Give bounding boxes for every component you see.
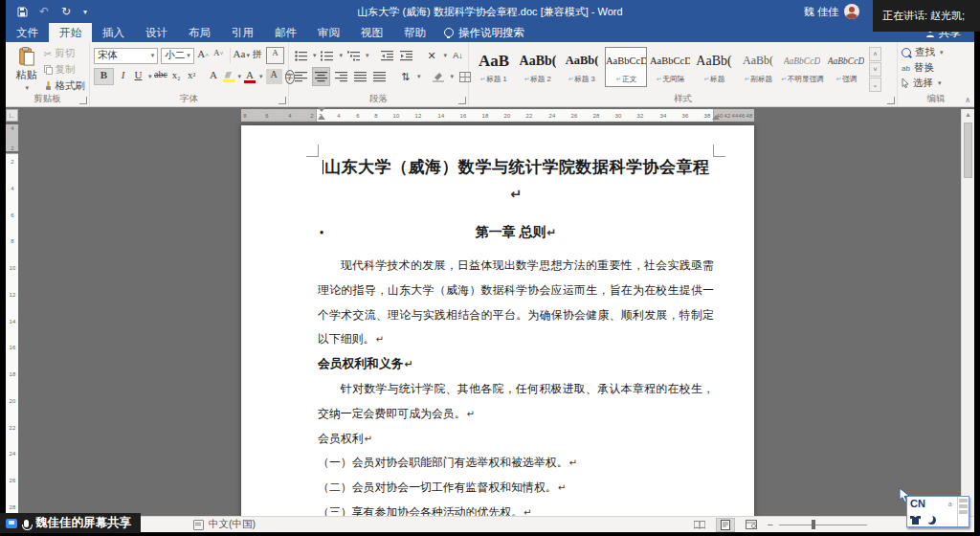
paste-button[interactable]: 粘贴 ▾ <box>10 45 44 92</box>
redo-icon[interactable]: ↻ <box>59 5 73 18</box>
numbered-list-button[interactable] <box>320 47 336 64</box>
find-button[interactable]: 查找▾ <box>902 45 970 60</box>
paragraph-plain[interactable]: （二）会员对协会一切工作有监督权和知情权。↵ <box>318 476 714 501</box>
align-left-button[interactable] <box>293 68 309 85</box>
document-page[interactable]: 山东大学（威海）数学与统计学院数据科学协会章程↵•第一章 总则↵现代科学技术的发… <box>241 125 754 516</box>
ime-punct-icon[interactable]: a· <box>948 501 954 507</box>
align-right-button[interactable] <box>333 68 349 85</box>
style-标题 3[interactable]: AaBb(标题 3 <box>561 47 603 87</box>
style-标题 2[interactable]: AaBb(标题 2 <box>517 47 559 87</box>
strikethrough-button[interactable]: abc <box>155 69 167 84</box>
styles-scroll-up-button[interactable]: ˄ <box>869 47 881 61</box>
change-case-button[interactable]: Aa▾ <box>234 48 248 63</box>
scroll-up-icon[interactable]: ▲ <box>962 109 974 121</box>
style-不明显强调[interactable]: AaBbCcD不明显强调 <box>781 47 823 87</box>
right-indent-marker-icon[interactable] <box>712 115 720 120</box>
paragraph-body[interactable]: 针对数学与统计学院、其他各院，任何积极进取、承认本章程的在校生，交纳一定会费即可… <box>318 377 714 427</box>
style-正文[interactable]: AaBbCcD正文 <box>605 47 647 87</box>
character-shading-button[interactable]: A <box>266 69 282 84</box>
shading-button[interactable] <box>431 68 447 85</box>
select-button[interactable]: 选择▾ <box>902 76 970 91</box>
tab-mailings[interactable]: 邮件 <box>264 23 307 42</box>
zoom-out-icon[interactable]: − <box>768 519 773 530</box>
paragraph-body[interactable]: 现代科学技术的发展，日益体现出数学思想方法的重要性，社会实践亟需理论的指导，山东… <box>318 254 714 352</box>
styles-dialog-launcher[interactable] <box>887 97 895 104</box>
tab-review[interactable]: 审阅 <box>307 23 350 42</box>
text-effects-button[interactable]: A <box>208 69 220 84</box>
qat-customize-icon[interactable]: ▾ <box>81 5 89 18</box>
style-副标题[interactable]: AaBb(副标题 <box>737 47 779 87</box>
print-layout-button[interactable] <box>716 518 735 532</box>
web-layout-button[interactable] <box>743 519 760 531</box>
clipboard-dialog-launcher[interactable] <box>79 97 87 104</box>
copy-button[interactable]: 复制 <box>44 63 86 77</box>
tab-insert[interactable]: 插入 <box>92 23 135 42</box>
style-标题 1[interactable]: AaB标题 1 <box>473 47 515 87</box>
ime-toolbar[interactable]: CN a· <box>906 496 969 527</box>
decrease-indent-button[interactable] <box>379 47 395 64</box>
font-size-combo[interactable]: 小二▾ <box>161 48 193 64</box>
tab-references[interactable]: 引用 <box>221 23 264 42</box>
italic-button[interactable]: I <box>117 69 129 84</box>
multilevel-list-button[interactable] <box>345 47 362 64</box>
zoom-slider-knob[interactable] <box>812 520 815 529</box>
format-painter-button[interactable]: 格式刷 <box>44 79 86 93</box>
sort-button[interactable]: A↓ <box>450 47 466 64</box>
paragraph-plain[interactable]: 会员权利↵ <box>318 427 714 452</box>
underline-button[interactable]: U <box>132 69 145 84</box>
ime-side-toolbar[interactable] <box>957 497 969 526</box>
tab-home[interactable]: 开始 <box>49 23 92 42</box>
subscript-button[interactable]: x₂ <box>170 69 183 84</box>
justify-button[interactable] <box>352 68 368 85</box>
tab-help[interactable]: 帮助 <box>393 23 436 42</box>
undo-icon[interactable]: ↶ <box>37 5 51 18</box>
indent-markers-icon[interactable] <box>318 107 325 120</box>
highlight-button[interactable] <box>223 72 234 82</box>
paragraph-plain[interactable]: （一）会员对协会职能部门有选举权和被选举权。↵ <box>318 451 714 476</box>
style-强调[interactable]: AaBbCcD强调 <box>825 47 867 87</box>
zoom-control[interactable]: − <box>768 519 867 530</box>
distribute-button[interactable] <box>371 68 388 85</box>
font-dialog-launcher[interactable] <box>278 97 286 104</box>
read-mode-button[interactable] <box>691 519 708 531</box>
asian-layout-button[interactable]: ✕ <box>424 47 440 64</box>
tab-view[interactable]: 视图 <box>350 23 393 42</box>
align-center-button[interactable] <box>312 67 330 86</box>
language-status[interactable]: 中文(中国) <box>193 518 256 531</box>
bold-button[interactable]: B <box>94 68 114 85</box>
paste-dropdown-icon[interactable]: ▾ <box>25 84 29 92</box>
bullet-list-button[interactable] <box>293 47 309 64</box>
tab-file[interactable]: 文件 <box>6 23 49 42</box>
vertical-ruler[interactable]: ∟ 42 246810121416182022242628 <box>6 109 19 516</box>
styles-more-button[interactable]: ⌄ <box>869 78 881 92</box>
collapse-ribbon-icon[interactable]: ∧ <box>965 96 970 104</box>
superscript-button[interactable]: x² <box>186 69 198 84</box>
ime-moon-icon[interactable] <box>927 516 936 525</box>
scrollbar-thumb[interactable] <box>964 123 972 178</box>
paragraph-dialog-launcher[interactable] <box>458 97 466 104</box>
tell-me-box[interactable]: 操作说明搜索 <box>444 23 524 42</box>
save-icon[interactable] <box>15 5 29 18</box>
vertical-scrollbar[interactable]: ▲ <box>961 109 974 516</box>
grow-font-button[interactable]: A˄ <box>197 48 210 63</box>
line-spacing-button[interactable]: ⇅ <box>397 68 413 85</box>
styles-scroll-down-button[interactable]: ˅ <box>869 62 881 77</box>
zoom-slider[interactable] <box>779 525 867 525</box>
cut-button[interactable]: ✂剪切 <box>44 47 86 60</box>
tab-design[interactable]: 设计 <box>135 23 178 42</box>
font-color-button[interactable]: A <box>244 70 256 83</box>
increase-indent-button[interactable] <box>398 47 414 64</box>
font-name-combo[interactable]: 宋体▾ <box>94 48 158 64</box>
tab-layout[interactable]: 布局 <box>178 23 221 42</box>
paragraph-plain[interactable]: （三）享有参加协会各种活动的优先权。↵ <box>318 501 714 516</box>
ime-mode-label[interactable]: CN <box>910 499 925 509</box>
style-无间隔[interactable]: AaBbCcD无间隔 <box>649 47 691 87</box>
shrink-font-button[interactable]: A˅ <box>212 48 225 63</box>
paragraph-chapter[interactable]: •第一章 总则↵ <box>318 220 714 245</box>
replace-button[interactable]: ab替换 <box>902 60 970 76</box>
paragraph-heading[interactable]: 会员权利和义务↵ <box>318 352 714 377</box>
style-标题[interactable]: AaBb(标题 <box>693 47 735 87</box>
tab-selector-button[interactable]: ∟ <box>6 109 18 122</box>
character-border-button[interactable]: A <box>266 47 284 64</box>
phonetic-guide-button[interactable]: 拼 <box>251 48 263 63</box>
